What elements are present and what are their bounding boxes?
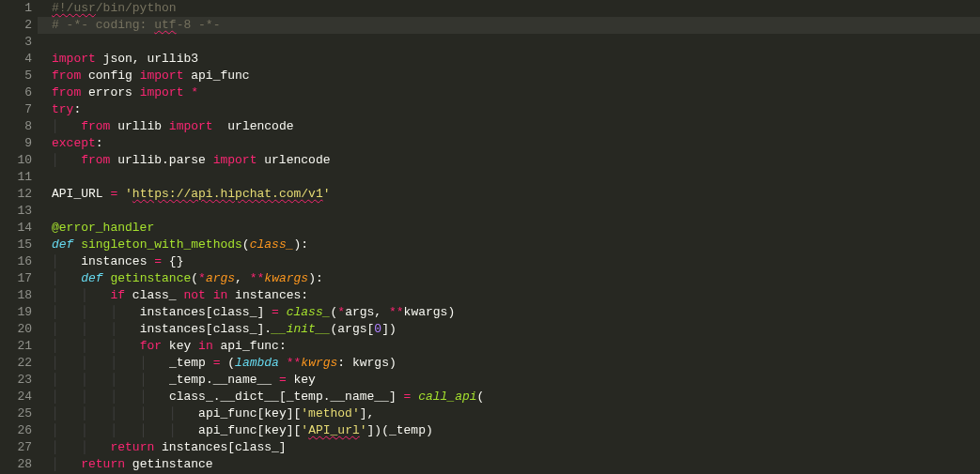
code-line[interactable]: │ │ return instances[class_] <box>38 439 980 456</box>
line-number: 6 <box>0 84 32 101</box>
line-number: 1 <box>0 0 32 17</box>
line-number: 5 <box>0 68 32 84</box>
line-number-gutter: 1234567891011121314151617181920212223242… <box>0 0 38 473</box>
code-line[interactable] <box>38 203 980 220</box>
code-line[interactable]: from config import api_func <box>38 68 980 84</box>
code-line[interactable]: API_URL = 'https://api.hipchat.com/v1' <box>38 186 980 203</box>
code-line[interactable] <box>38 34 980 51</box>
line-number: 23 <box>0 372 32 389</box>
code-line[interactable]: │ │ │ │ │ api_func[key]['API_url'])(_tem… <box>38 422 980 439</box>
line-number: 28 <box>0 456 32 473</box>
line-number: 22 <box>0 355 32 372</box>
code-line[interactable]: │ │ │ for key in api_func: <box>38 338 980 355</box>
code-line[interactable]: │ │ │ instances[class_].__init__(args[0]… <box>38 321 980 338</box>
code-line[interactable]: try: <box>38 101 980 118</box>
line-number: 19 <box>0 304 32 321</box>
line-number: 17 <box>0 270 32 287</box>
line-number: 10 <box>0 152 32 169</box>
line-number: 3 <box>0 34 32 51</box>
line-number: 8 <box>0 118 32 135</box>
line-number: 9 <box>0 135 32 152</box>
line-number: 12 <box>0 186 32 203</box>
code-area[interactable]: #!/usr/bin/python# -*- coding: utf-8 -*-… <box>38 0 980 473</box>
code-line[interactable]: @error_handler <box>38 220 980 237</box>
line-number: 18 <box>0 287 32 304</box>
code-line[interactable]: │ │ if class_ not in instances: <box>38 287 980 304</box>
code-line[interactable]: except: <box>38 135 980 152</box>
code-line[interactable]: #!/usr/bin/python <box>38 0 980 17</box>
line-number: 21 <box>0 338 32 355</box>
line-number: 27 <box>0 439 32 456</box>
code-line[interactable]: from errors import * <box>38 84 980 101</box>
line-number: 15 <box>0 237 32 253</box>
code-line[interactable] <box>38 169 980 186</box>
code-line[interactable]: │ instances = {} <box>38 253 980 270</box>
line-number: 4 <box>0 51 32 68</box>
code-line[interactable]: import json, urllib3 <box>38 51 980 68</box>
code-line[interactable]: │ │ │ │ class_.__dict__[_temp.__name__] … <box>38 389 980 405</box>
line-number: 2 <box>0 17 32 34</box>
code-line[interactable]: │ │ │ instances[class_] = class_(*args, … <box>38 304 980 321</box>
line-number: 24 <box>0 389 32 405</box>
line-number: 13 <box>0 203 32 220</box>
code-editor[interactable]: 1234567891011121314151617181920212223242… <box>0 0 980 473</box>
code-line[interactable]: │ │ │ │ │ api_func[key]['method'], <box>38 405 980 422</box>
line-number: 14 <box>0 220 32 237</box>
code-line[interactable]: │ return getinstance <box>38 456 980 473</box>
code-line[interactable]: │ │ │ │ _temp.__name__ = key <box>38 372 980 389</box>
code-line[interactable]: # -*- coding: utf-8 -*- <box>38 17 980 34</box>
code-line[interactable]: │ from urllib import urlencode <box>38 118 980 135</box>
line-number: 25 <box>0 405 32 422</box>
code-line[interactable]: def singleton_with_methods(class_): <box>38 237 980 253</box>
code-line[interactable]: │ │ │ │ _temp = (lambda **kwrgs: kwrgs) <box>38 355 980 372</box>
line-number: 16 <box>0 253 32 270</box>
code-line[interactable]: │ def getinstance(*args, **kwargs): <box>38 270 980 287</box>
line-number: 26 <box>0 422 32 439</box>
line-number: 11 <box>0 169 32 186</box>
code-line[interactable]: │ from urllib.parse import urlencode <box>38 152 980 169</box>
line-number: 20 <box>0 321 32 338</box>
line-number: 7 <box>0 101 32 118</box>
